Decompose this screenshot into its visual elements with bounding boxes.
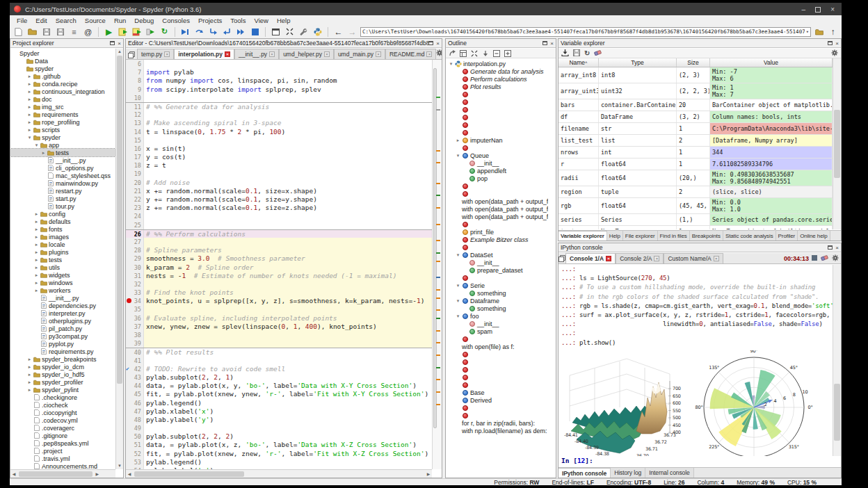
project-item-spyder-breakpoints[interactable]: ▸spyder_breakpoints [10, 355, 115, 363]
project-item-utils[interactable]: ▸utils [10, 263, 115, 271]
close-tab-icon[interactable]: × [654, 256, 659, 261]
outline-item-interpolation-py[interactable]: ▾interpolation.py [446, 60, 548, 67]
project-item--ciocopyright[interactable]: .ciocopyright [10, 409, 115, 416]
outline-item-imputernan[interactable]: ▸imputerNan [446, 136, 548, 144]
save-data-icon[interactable] [573, 49, 580, 58]
project-item--checkignore[interactable]: .checkignore [10, 393, 115, 401]
project-item-spyder[interactable]: Spyder [10, 49, 115, 57]
line-number[interactable]: 33 [126, 288, 144, 297]
expander-icon[interactable]: ▾ [455, 314, 461, 319]
browse-tabs-icon[interactable] [126, 50, 137, 59]
line-number[interactable]: 49 [126, 424, 144, 432]
line-number[interactable]: 11 [126, 103, 144, 111]
scroll-up-icon[interactable]: ▲ [116, 49, 123, 55]
pane-tab-online-help[interactable]: Online help [798, 231, 830, 241]
editor-tab--init-py[interactable]: __init__.py× [234, 49, 279, 59]
outline-item-something[interactable]: something [446, 289, 548, 297]
variables-scrollbar[interactable] [833, 58, 841, 229]
close-tab-icon[interactable]: × [164, 51, 170, 57]
project-item-fonts[interactable]: ▸fonts [10, 225, 115, 233]
line-number[interactable]: 38 [126, 331, 144, 339]
expander-icon[interactable]: ▸ [26, 357, 33, 362]
step-return-icon[interactable] [221, 26, 233, 38]
outline-item-pop[interactable]: pop [446, 174, 548, 182]
scroll-down-icon[interactable]: ▼ [116, 463, 123, 469]
pane-tab-static-code-analysis[interactable]: Static code analysis [723, 231, 776, 241]
expander-icon[interactable]: ▸ [26, 104, 33, 110]
line-number[interactable]: 29 [126, 254, 144, 263]
minimize-button[interactable]: – [802, 6, 806, 13]
line-number[interactable]: 10 [126, 94, 144, 102]
project-vertical-scrollbar[interactable]: ▲ ▼ [115, 49, 123, 469]
expander-icon[interactable]: ▸ [33, 219, 40, 225]
close-icon[interactable]: × [118, 40, 121, 47]
pane-tab-profiler[interactable]: Profiler [776, 231, 798, 241]
close-icon[interactable]: × [436, 40, 440, 47]
outline-item-base[interactable]: Base [446, 389, 548, 396]
line-number[interactable]: 15 [126, 136, 144, 145]
title-bar[interactable]: C:/Users/TestUser/Documents/Spyder - Spy… [10, 3, 842, 15]
outline-item[interactable] [446, 381, 548, 389]
console-tab-console-1-a[interactable]: Console 1/A× [565, 253, 616, 263]
line-number[interactable]: 41 [126, 357, 144, 365]
options-gear-icon[interactable] [831, 49, 838, 58]
menu-view[interactable]: View [250, 16, 272, 25]
project-item-spyder[interactable]: spyder [10, 65, 115, 72]
column-header-type[interactable]: Type [599, 58, 677, 67]
line-number[interactable]: 44 [126, 382, 144, 390]
line-number[interactable]: 20 [126, 179, 144, 187]
project-item-spyder-profiler[interactable]: ▸spyder_profiler [10, 378, 115, 386]
outline-item[interactable] [446, 366, 548, 373]
close-tab-icon[interactable]: × [269, 51, 275, 57]
project-item-restart-py[interactable]: restart.py [10, 187, 115, 195]
debug-file-icon[interactable] [179, 26, 191, 38]
project-item--init-py[interactable]: __init__.py [10, 156, 115, 164]
maximize-button[interactable] [815, 7, 821, 13]
outline-item-example-bitzer-class[interactable]: Example Bitzer class [446, 236, 548, 243]
outline-item-appendleft[interactable]: appendleft [446, 167, 548, 174]
project-item-plugins[interactable]: ▸plugins [10, 248, 115, 256]
outline-item-perform-calculations[interactable]: Perform calculations [446, 75, 548, 83]
outline-item-generate-data-for-analysis[interactable]: Generate data for analysis [446, 67, 548, 75]
expander-icon[interactable]: ▾ [26, 135, 33, 140]
expander-icon[interactable]: ▸ [33, 288, 40, 293]
line-number[interactable]: 9 [126, 86, 144, 94]
console-bottom-tab-history-log[interactable]: History log [611, 468, 645, 478]
outline-item-derived[interactable]: Derived [446, 396, 548, 404]
expander-icon[interactable]: ▸ [33, 265, 40, 270]
expander-icon[interactable]: ▾ [448, 61, 454, 67]
project-item-config[interactable]: ▸config [10, 210, 115, 218]
project-item-start-py[interactable]: start.py [10, 195, 115, 202]
freeze-icon[interactable] [448, 49, 456, 57]
project-item-continuous-integration[interactable]: ▸continuous_integration [10, 88, 115, 95]
variable-row-nrows[interactable]: nrowsint1344 [558, 147, 833, 158]
close-tab-icon[interactable]: × [225, 51, 230, 57]
editor-scrollbar[interactable] [432, 60, 442, 469]
undock-icon[interactable] [828, 41, 833, 45]
close-tab-icon[interactable]: × [606, 256, 611, 261]
variable-row-bars[interactable]: barscontainer.BarContainer20BarContainer… [558, 99, 833, 111]
line-number[interactable]: 27 [126, 238, 144, 246]
outline-item[interactable] [446, 90, 548, 98]
console-tab-custom-name-a[interactable]: Custom Name/A× [664, 253, 723, 263]
project-item-otherplugins-py[interactable]: otherplugins.py [10, 317, 115, 325]
expander-icon[interactable]: ▸ [26, 364, 33, 370]
project-item-tour-py[interactable]: tour.py [10, 202, 115, 210]
variable-row-radii[interactable]: radiifloat64(20,)Min: 0.4983036638535687… [558, 170, 833, 186]
project-item--gitignore[interactable]: .gitignore [10, 432, 115, 439]
project-item-locale[interactable]: ▸locale [10, 241, 115, 248]
editor-tab-readme-md[interactable]: README.md× [385, 49, 437, 59]
console-bottom-tab-ipython-console[interactable]: IPython console [558, 468, 611, 478]
step-into-icon[interactable] [207, 26, 219, 38]
project-item-images[interactable]: ▸images [10, 233, 115, 241]
project-tree[interactable]: SpyderDataspyder▸.github▸conda.recipe▸co… [10, 49, 115, 469]
symbol-finder-icon[interactable]: @ [82, 26, 94, 38]
menu-help[interactable]: Help [273, 16, 295, 25]
close-tab-icon[interactable]: × [324, 51, 330, 57]
menu-tools[interactable]: Tools [226, 16, 250, 25]
variable-row-array_int8[interactable]: array_int8int8(2, 3)Min: -7Max: 6 [558, 67, 833, 83]
fullscreen-icon[interactable] [284, 26, 296, 38]
expander-icon[interactable]: ▾ [455, 252, 461, 258]
project-item-scripts[interactable]: ▸scripts [10, 126, 115, 133]
continue-execution-icon[interactable] [235, 26, 247, 38]
